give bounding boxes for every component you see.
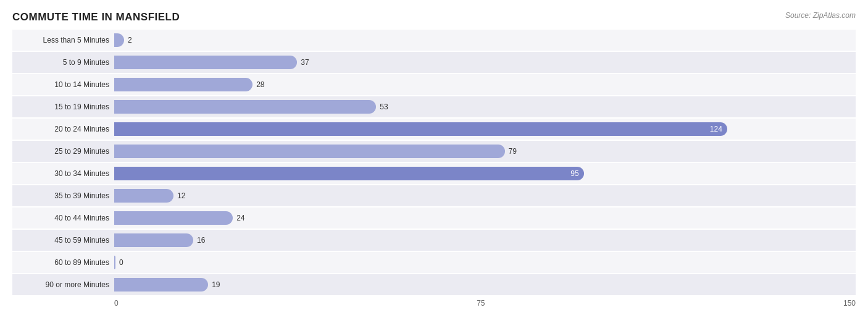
bar-value-inside: 95: [570, 169, 583, 178]
bar-fill: [114, 211, 233, 225]
bar-track: 2: [114, 33, 856, 47]
bar-track: 16: [114, 233, 856, 247]
bar-row: 10 to 14 Minutes28: [12, 74, 856, 95]
bar-track: 19: [114, 278, 856, 292]
bar-value-outside: 19: [212, 280, 220, 289]
bar-row: 20 to 24 Minutes124: [12, 119, 856, 140]
bar-fill: [114, 33, 124, 47]
bar-track: 53: [114, 100, 856, 114]
chart-title: COMMUTE TIME IN MANSFIELD: [12, 11, 856, 23]
bar-track: 0: [114, 256, 856, 269]
bar-track: 95: [114, 167, 856, 180]
bar-track: 79: [114, 145, 856, 158]
chart-area: Less than 5 Minutes25 to 9 Minutes3710 t…: [12, 30, 856, 295]
bar-row: 15 to 19 Minutes53: [12, 96, 856, 117]
bar-fill: [114, 145, 505, 158]
bar-label: 5 to 9 Minutes: [12, 58, 114, 67]
bar-row: 90 or more Minutes19: [12, 274, 856, 295]
chart-container: COMMUTE TIME IN MANSFIELD Source: ZipAtl…: [0, 0, 868, 323]
bar-row: 45 to 59 Minutes16: [12, 230, 856, 251]
bar-label: 10 to 14 Minutes: [12, 80, 114, 89]
bar-track: 28: [114, 78, 856, 91]
bar-fill: [114, 233, 193, 247]
bar-value-inside: 124: [710, 125, 727, 133]
bar-track: 24: [114, 211, 856, 225]
bar-value-outside: 24: [236, 214, 244, 222]
x-axis-tick: 150: [843, 299, 856, 308]
bar-label: 35 to 39 Minutes: [12, 191, 114, 200]
bar-value-outside: 53: [380, 103, 388, 111]
x-axis-labels: 075150: [114, 298, 856, 308]
bar-fill: 95: [114, 167, 584, 180]
bar-fill: [114, 56, 297, 69]
bar-label: 20 to 24 Minutes: [12, 125, 114, 133]
bar-label: 25 to 29 Minutes: [12, 147, 114, 156]
bar-label: Less than 5 Minutes: [12, 36, 114, 44]
x-axis: 075150: [12, 298, 856, 308]
source-label: Source: ZipAtlas.com: [785, 11, 856, 20]
bar-fill: [114, 278, 208, 292]
x-axis-tick: 75: [477, 299, 485, 308]
bar-fill: [114, 189, 173, 203]
bar-value-outside: 79: [509, 147, 517, 156]
x-axis-tick: 0: [114, 299, 119, 308]
bar-label: 40 to 44 Minutes: [12, 214, 114, 222]
bar-row: 30 to 34 Minutes95: [12, 163, 856, 184]
bar-fill: [114, 78, 252, 91]
bar-label: 30 to 34 Minutes: [12, 169, 114, 178]
bar-row: 40 to 44 Minutes24: [12, 208, 856, 229]
bar-value-outside: 2: [128, 36, 132, 44]
bar-fill: [114, 256, 115, 269]
bar-row: 35 to 39 Minutes12: [12, 185, 856, 206]
bar-value-outside: 28: [256, 80, 264, 89]
bar-track: 12: [114, 189, 856, 203]
bar-label: 45 to 59 Minutes: [12, 236, 114, 245]
bar-label: 60 to 89 Minutes: [12, 258, 114, 267]
bar-row: Less than 5 Minutes2: [12, 30, 856, 51]
bar-row: 25 to 29 Minutes79: [12, 141, 856, 162]
bar-track: 37: [114, 56, 856, 69]
bar-label: 90 or more Minutes: [12, 280, 114, 289]
bar-row: 60 to 89 Minutes0: [12, 252, 856, 273]
bar-value-outside: 37: [301, 58, 309, 67]
bar-value-zero: 0: [119, 258, 123, 267]
bar-label: 15 to 19 Minutes: [12, 103, 114, 111]
bar-track: 124: [114, 122, 856, 136]
bar-value-outside: 16: [197, 236, 205, 245]
bar-fill: [114, 100, 376, 114]
bar-fill: 124: [114, 122, 727, 136]
bar-row: 5 to 9 Minutes37: [12, 52, 856, 73]
bar-value-outside: 12: [177, 191, 185, 200]
